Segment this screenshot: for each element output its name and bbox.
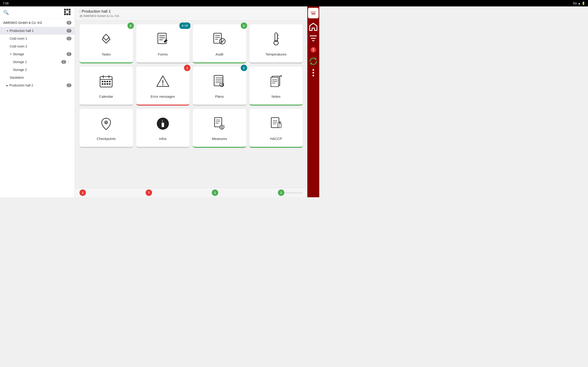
arrow-icon: ▶ (6, 84, 8, 87)
nav-item-production-hall-1[interactable]: ▼ Production hall 1 7 (0, 27, 75, 35)
svg-point-69 (313, 72, 314, 74)
nav-badge: 1 (67, 52, 71, 56)
arrow-icon: ▼ (10, 53, 12, 56)
nav-badge: 1 (67, 37, 71, 40)
svg-rect-10 (275, 33, 277, 42)
bottom-badges-row: 1 7 1 1 (75, 188, 307, 197)
error-messages-icon (155, 71, 171, 92)
main-content: : Production hall 1 @ AWENKO GmbH & Co. … (75, 6, 307, 197)
nav-label: Storage 2 (13, 68, 71, 72)
company-name: AWENKO GmbH & Co. KG (3, 21, 42, 25)
svg-point-9 (220, 39, 225, 44)
haccp-label: HACCP (270, 137, 282, 141)
infos-label: Infos (159, 137, 166, 141)
nav-item-sanitation[interactable]: Sanitation (0, 74, 75, 81)
svg-rect-22 (107, 81, 108, 82)
nav-label: Production hall 1 (10, 29, 67, 33)
card-audit[interactable]: 2 Audit (193, 24, 246, 63)
main-header: : Production hall 1 @ AWENKO GmbH & Co. … (75, 6, 307, 21)
svg-point-29 (162, 84, 163, 85)
card-calendar[interactable]: Calendar (79, 67, 133, 106)
logo-360-text: 360 (311, 13, 315, 15)
card-plans[interactable]: 2 Plans (193, 67, 246, 106)
svg-point-40 (106, 122, 107, 123)
svg-rect-21 (104, 81, 106, 82)
bottom-badge-4: 1 (278, 190, 284, 196)
sidebar-toolbar: 🔍 (0, 6, 75, 19)
nav-label: Sanitation (10, 76, 71, 79)
svg-point-68 (313, 69, 314, 71)
card-tasks[interactable]: 6 Tasks (79, 24, 133, 63)
nav-item-production-hall-2[interactable]: ▶ Production hall 2 1 (0, 81, 75, 89)
more-button[interactable] (309, 68, 318, 77)
checkpoints-icon (98, 113, 114, 134)
plans-label: Plans (215, 94, 224, 98)
nav-item-cold-room-1[interactable]: Cold room 1 1 (0, 35, 75, 42)
nav-badge: 7 (67, 29, 71, 33)
svg-rect-44 (162, 123, 164, 124)
right-panel: awenko 360 (307, 6, 319, 197)
card-infos[interactable]: i Infos (136, 109, 190, 148)
tasks-label: Tasks (102, 52, 111, 56)
tasks-icon (98, 29, 114, 50)
nav-badge: 1 (61, 60, 66, 64)
notes-label: Notes (271, 94, 280, 98)
page-title: : Production hall 1 (79, 9, 303, 14)
page-subtitle: @ AWENKO GmbH & Co. KG (79, 14, 303, 18)
card-temperatures[interactable]: Temperatures (250, 24, 303, 63)
qr-icon[interactable] (64, 9, 71, 16)
status-bar: 7:09 5G ▲ 🔋 (0, 0, 319, 6)
svg-rect-27 (109, 83, 111, 85)
audit-icon (211, 29, 227, 50)
search-icon[interactable]: 🔍 (3, 10, 9, 15)
company-row[interactable]: AWENKO GmbH & Co. KG 9 (0, 19, 75, 27)
temperatures-icon (268, 29, 284, 50)
svg-rect-5 (214, 33, 221, 43)
card-forms[interactable]: 3 / 37 Forms (136, 24, 190, 63)
card-error-messages[interactable]: 1 Error messages (136, 67, 190, 106)
nav-label: Production hall 2 (9, 83, 67, 87)
nav-label: Storage 1 (13, 60, 61, 64)
error-badge: 1 (184, 65, 190, 71)
calendar-label: Calendar (99, 94, 113, 98)
plans-badge: 2 (241, 65, 247, 71)
nav-item-storage-2[interactable]: Storage 2 (0, 66, 75, 74)
svg-point-11 (274, 41, 278, 45)
infos-icon: i (155, 113, 171, 134)
svg-rect-66 (313, 48, 313, 50)
svg-point-70 (313, 75, 314, 76)
svg-rect-26 (107, 83, 108, 85)
scroll-indicator (284, 192, 303, 193)
nav-label: Cold room 2 (10, 44, 71, 48)
measures-label: Measures (212, 137, 227, 141)
notes-icon (268, 71, 284, 92)
svg-point-67 (313, 50, 313, 51)
nav-item-storage[interactable]: ▼ Storage 1 (0, 50, 75, 58)
nav-label: Cold room 1 (10, 37, 67, 40)
bottom-badge-3: 1 (212, 190, 218, 196)
card-measures[interactable]: Measures (193, 109, 246, 148)
sidebar: 🔍 AWENKO GmbH & Co. KG 9 ▼ Production ha… (0, 6, 75, 197)
company-badge: 9 (67, 21, 71, 25)
nav-item-cold-room-2[interactable]: Cold room 2 (0, 42, 75, 50)
svg-rect-25 (104, 83, 106, 85)
drag-handle: ··· (66, 61, 71, 63)
time-display: 7:09 (3, 2, 9, 5)
svg-rect-20 (102, 81, 103, 82)
error-messages-label: Error messages (151, 94, 175, 98)
forms-icon (155, 29, 171, 50)
audit-label: Audit (216, 52, 223, 56)
svg-text:i: i (162, 119, 163, 123)
calendar-icon (98, 71, 114, 92)
checkpoints-label: Checkpoints (97, 137, 116, 141)
app-logo[interactable]: awenko 360 (308, 8, 319, 18)
card-haccp[interactable]: HACCP (250, 109, 303, 148)
temperatures-label: Temperatures (266, 52, 287, 56)
bottom-badge-1: 1 (79, 190, 86, 196)
arrow-icon: ▼ (6, 30, 9, 32)
nav-item-storage-1[interactable]: Storage 1 1 ··· (0, 58, 75, 66)
card-checkpoints[interactable]: Checkpoints (79, 109, 133, 148)
card-grid: 6 Tasks 3 / 37 (75, 21, 307, 188)
tasks-badge: 6 (128, 23, 134, 29)
card-notes[interactable]: Notes (250, 67, 303, 106)
